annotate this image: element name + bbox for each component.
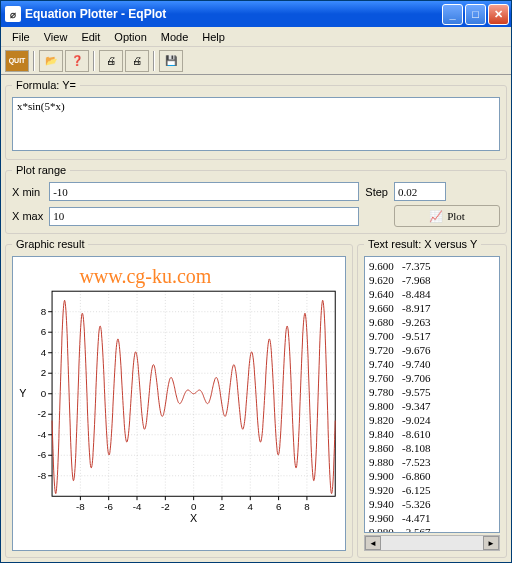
open-button[interactable]: 📂 (39, 50, 63, 72)
range-legend: Plot range (12, 164, 70, 176)
y-axis-label: Y (19, 387, 26, 399)
menu-option[interactable]: Option (107, 29, 153, 45)
chart-area: www.cg-ku.com -8-6-4-202468 -8-6-4-20246… (12, 256, 346, 551)
svg-text:8: 8 (304, 501, 309, 512)
separator (93, 51, 95, 71)
formula-fieldset: Formula: Y= x*sin(5*x) (5, 79, 507, 160)
menu-edit[interactable]: Edit (74, 29, 107, 45)
separator (33, 51, 35, 71)
step-input[interactable] (394, 182, 446, 201)
svg-text:2: 2 (219, 501, 224, 512)
about-button[interactable]: ❓ (65, 50, 89, 72)
xmax-input[interactable] (49, 207, 359, 226)
formula-input[interactable]: x*sin(5*x) (12, 97, 500, 151)
menu-file[interactable]: File (5, 29, 37, 45)
print-button[interactable]: 🖨 (99, 50, 123, 72)
graphic-legend: Graphic result (12, 238, 88, 250)
x-axis-label: X (190, 512, 197, 524)
svg-text:-8: -8 (38, 470, 47, 481)
scroll-track[interactable] (381, 536, 483, 550)
formula-legend: Formula: Y= (12, 79, 80, 91)
plot-icon: 📈 (429, 210, 443, 223)
info-icon: ❓ (71, 55, 83, 66)
svg-text:-4: -4 (38, 429, 47, 440)
xmax-label: X max (12, 210, 43, 222)
svg-text:-6: -6 (38, 449, 47, 460)
menu-mode[interactable]: Mode (154, 29, 196, 45)
close-button[interactable]: ✕ (488, 4, 509, 25)
xmin-input[interactable] (49, 182, 359, 201)
save-button[interactable]: 💾 (159, 50, 183, 72)
graphic-fieldset: Graphic result www.cg-ku.com -8-6-4-2024… (5, 238, 353, 558)
svg-text:-4: -4 (133, 501, 142, 512)
svg-text:-2: -2 (38, 408, 47, 419)
svg-text:0: 0 (191, 501, 197, 512)
scrollbar-horizontal[interactable]: ◄ ► (364, 535, 500, 551)
svg-text:4: 4 (41, 347, 47, 358)
svg-text:6: 6 (276, 501, 281, 512)
minimize-button[interactable]: _ (442, 4, 463, 25)
svg-text:6: 6 (41, 326, 46, 337)
menubar: File View Edit Option Mode Help (1, 27, 511, 47)
svg-text:-6: -6 (104, 501, 113, 512)
step-label: Step (365, 186, 388, 198)
print-setup-button[interactable]: 🖨 (125, 50, 149, 72)
maximize-button[interactable]: □ (465, 4, 486, 25)
svg-text:-8: -8 (76, 501, 85, 512)
textresult-fieldset: Text result: X versus Y 9.600 -7.375 9.6… (357, 238, 507, 558)
toolbar: QUIT 📂 ❓ 🖨 🖨 💾 (1, 47, 511, 75)
titlebar[interactable]: ⌀ Equation Plotter - EqPlot _ □ ✕ (1, 1, 511, 27)
svg-text:2: 2 (41, 367, 46, 378)
xmin-label: X min (12, 186, 43, 198)
menu-view[interactable]: View (37, 29, 75, 45)
scroll-right-button[interactable]: ► (483, 536, 499, 550)
printer-icon: 🖨 (106, 55, 116, 66)
svg-text:8: 8 (41, 306, 46, 317)
title-text: Equation Plotter - EqPlot (25, 7, 442, 21)
plot-button[interactable]: 📈 Plot (394, 205, 500, 227)
svg-text:-2: -2 (161, 501, 170, 512)
range-fieldset: Plot range X min Step X max 📈 Plot (5, 164, 507, 234)
floppy-icon: 💾 (165, 55, 177, 66)
textresult-legend: Text result: X versus Y (364, 238, 481, 250)
plot-svg: -8-6-4-202468 -8-6-4-202468 X Y (13, 257, 345, 550)
svg-text:0: 0 (41, 388, 47, 399)
menu-help[interactable]: Help (195, 29, 232, 45)
quit-button[interactable]: QUIT (5, 50, 29, 72)
printer-icon: 🖨 (132, 55, 142, 66)
content-area: Formula: Y= x*sin(5*x) Plot range X min … (1, 75, 511, 562)
app-window: ⌀ Equation Plotter - EqPlot _ □ ✕ File V… (0, 0, 512, 563)
text-results[interactable]: 9.600 -7.375 9.620 -7.968 9.640 -8.484 9… (364, 256, 500, 533)
separator (153, 51, 155, 71)
scroll-left-button[interactable]: ◄ (365, 536, 381, 550)
plot-button-label: Plot (447, 210, 465, 222)
folder-icon: 📂 (45, 55, 57, 66)
app-icon: ⌀ (5, 6, 21, 22)
svg-text:4: 4 (248, 501, 254, 512)
